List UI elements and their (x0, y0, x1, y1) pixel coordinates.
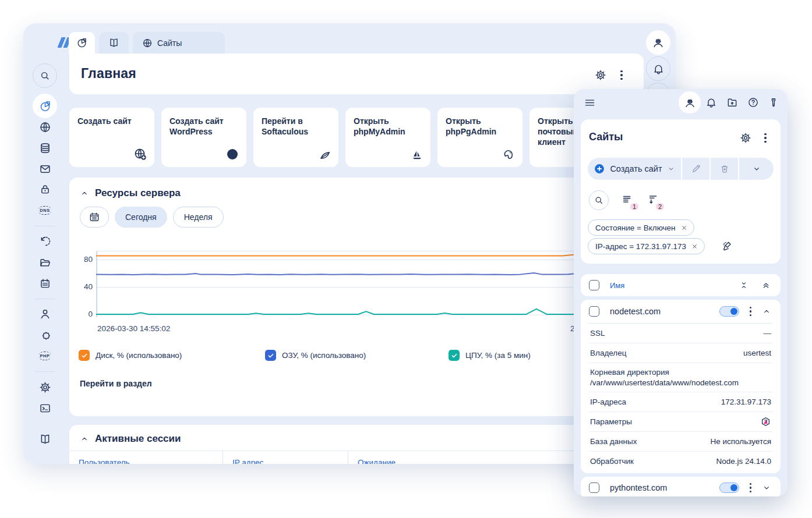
checkbox-checked-icon (79, 350, 90, 361)
sidebar-search-button[interactable] (33, 63, 57, 88)
close-icon[interactable] (680, 224, 688, 232)
sort-count-badge: 2 (656, 203, 664, 210)
unfold-rows-icon[interactable] (739, 280, 749, 290)
phpmyadmin-sailboat-icon (411, 148, 423, 161)
filter-chip-state[interactable]: Состояние = Включен (588, 219, 694, 236)
bell-icon (652, 63, 665, 75)
site-name: nodetest.com (610, 307, 661, 316)
more-actions-button[interactable] (739, 158, 774, 180)
tab-sites[interactable]: Сайты (133, 32, 225, 54)
pie-chart-icon (39, 100, 51, 112)
quick-card-create-wordpress[interactable]: Создать сайт WordPress (161, 108, 246, 167)
sidebar-divider (35, 371, 55, 372)
period-today-button[interactable]: Сегодня (115, 207, 167, 228)
user-avatar-icon (684, 97, 696, 109)
panel-help-button[interactable] (742, 91, 764, 113)
edit-button[interactable] (682, 158, 711, 180)
detail-value: Не используется (710, 437, 771, 446)
sidebar: DNS PHP (23, 23, 67, 464)
panel-import-button[interactable] (721, 91, 743, 113)
detail-value: — (764, 329, 772, 338)
parameters-hexagon-icon[interactable] (760, 416, 771, 427)
collapse-row-icon[interactable] (762, 307, 771, 316)
panel-settings-button[interactable] (739, 131, 753, 145)
sidebar-item-docs[interactable] (33, 427, 57, 451)
sidebar-item-logs[interactable] (33, 271, 57, 296)
sessions-table-header: Пользователь IP адрес Ожидание (69, 450, 644, 464)
name-column-header[interactable]: Имя (610, 281, 624, 290)
page-menu-button[interactable] (615, 68, 629, 82)
sidebar-item-backup[interactable] (33, 229, 57, 253)
pie-chart-icon (76, 37, 87, 48)
resources-section: Ресурсы сервера Сегодня Неделя 04080 202… (69, 178, 644, 416)
sidebar-item-users[interactable] (33, 301, 57, 326)
page-settings-button[interactable] (594, 68, 608, 82)
create-site-label: Создать сайт (610, 164, 662, 173)
user-avatar-icon (652, 36, 665, 49)
quick-card-create-site[interactable]: Создать сайт (69, 108, 154, 167)
lock-icon (39, 183, 51, 196)
go-to-section-link[interactable]: Перейти в раздел (80, 379, 152, 388)
expand-row-icon[interactable] (762, 483, 771, 492)
tab-docs[interactable] (99, 32, 129, 54)
page-title: Главная (81, 66, 136, 81)
calendar-range-button[interactable] (80, 207, 109, 228)
row-kebab-button[interactable] (750, 307, 752, 317)
kebab-icon (764, 133, 767, 143)
panel-title: Сайты (589, 131, 623, 143)
globe-icon (39, 121, 51, 133)
filter-button[interactable]: 1 (622, 193, 634, 208)
site-details: SSL — Владелец usertest Корневая директо… (581, 323, 781, 471)
postgres-elephant-icon (502, 148, 516, 161)
panel-theme-button[interactable] (762, 91, 785, 113)
site-row[interactable]: nodetest.com (581, 300, 781, 323)
delete-button[interactable] (711, 158, 739, 180)
legend-item-cpu[interactable]: ЦПУ, % (за 5 мин) (449, 350, 531, 361)
quick-card-softaculous[interactable]: Перейти в Softaculous (253, 108, 338, 167)
sessions-title: Активные сессии (95, 433, 181, 445)
select-all-checkbox[interactable] (589, 280, 599, 290)
notifications-button[interactable] (646, 56, 670, 81)
quick-card-phpmyadmin[interactable]: Открыть phpMyAdmin (345, 108, 430, 167)
sessions-section-header[interactable]: Активные сессии (80, 433, 181, 445)
sites-toolbar: Создать сайт (588, 158, 774, 180)
envelope-icon (39, 163, 51, 175)
legend-item-ram[interactable]: ОЗУ, % (использовано) (265, 350, 366, 361)
sessions-section: Активные сессии Пользователь IP адрес Ож… (69, 425, 644, 464)
sidebar-item-dns[interactable]: DNS (33, 198, 57, 222)
detail-value: usertest (743, 349, 771, 357)
legend-label: ОЗУ, % (использовано) (282, 351, 366, 360)
collapse-all-icon[interactable] (761, 280, 771, 290)
filter-chip-ip[interactable]: IP-адрес = 172.31.97.173 (588, 238, 705, 254)
create-site-button[interactable]: Создать сайт (588, 158, 682, 180)
detail-label: Параметры (590, 417, 632, 426)
row-checkbox[interactable] (589, 306, 599, 317)
terminal-icon (39, 402, 51, 414)
list-search-button[interactable] (589, 190, 609, 210)
tab-dashboard[interactable] (69, 32, 95, 54)
close-icon[interactable] (691, 243, 698, 250)
column-user[interactable]: Пользователь (69, 451, 223, 464)
clear-filters-button[interactable] (722, 240, 733, 254)
sidebar-item-terminal[interactable] (33, 396, 57, 420)
detail-label: База данных (590, 437, 637, 446)
calendar-icon (89, 211, 100, 223)
user-avatar-button[interactable] (646, 30, 670, 55)
panel-menu-button[interactable] (578, 91, 601, 113)
panel-notifications-button[interactable] (700, 91, 722, 113)
period-week-button[interactable]: Неделя (173, 207, 224, 228)
site-card-nodetest: nodetest.com SSL — Владелец usertest Кор… (581, 300, 781, 473)
row-checkbox[interactable] (589, 482, 599, 493)
legend-item-disk[interactable]: Диск, % (использовано) (79, 350, 182, 361)
panel-avatar-button[interactable] (679, 91, 701, 113)
sidebar-item-php[interactable]: PHP (33, 343, 57, 368)
resources-section-header[interactable]: Ресурсы сервера (80, 187, 181, 199)
quick-card-phppgadmin[interactable]: Открыть phpPgAdmin (437, 108, 522, 167)
panel-kebab-button[interactable] (758, 131, 772, 145)
row-kebab-button[interactable] (750, 483, 752, 493)
column-ip[interactable]: IP адрес (223, 451, 348, 464)
site-card-pythontest[interactable]: pythontest.com (581, 477, 781, 496)
site-enabled-toggle[interactable] (719, 482, 739, 493)
site-enabled-toggle[interactable] (719, 306, 739, 317)
sort-button[interactable]: 2 (647, 193, 660, 208)
